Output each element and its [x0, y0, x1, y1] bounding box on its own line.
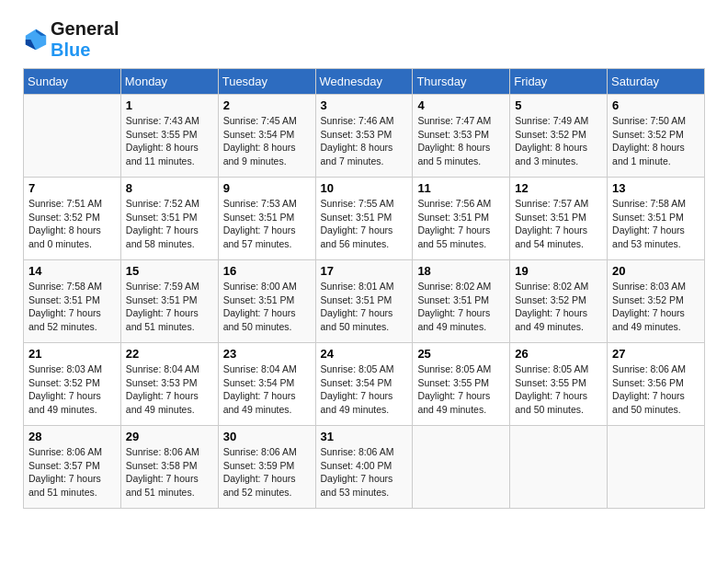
- day-info: Sunrise: 7:56 AM Sunset: 3:51 PM Dayligh…: [417, 197, 505, 251]
- day-info: Sunrise: 7:50 AM Sunset: 3:52 PM Dayligh…: [612, 114, 700, 168]
- day-number: 26: [515, 347, 602, 361]
- weekday-header-tuesday: Tuesday: [218, 69, 315, 95]
- calendar-cell: 12Sunrise: 7:57 AM Sunset: 3:51 PM Dayli…: [510, 178, 608, 260]
- calendar-cell: 5Sunrise: 7:49 AM Sunset: 3:52 PM Daylig…: [510, 95, 608, 178]
- day-info: Sunrise: 8:06 AM Sunset: 3:58 PM Dayligh…: [126, 445, 213, 500]
- day-info: Sunrise: 7:46 AM Sunset: 3:53 PM Dayligh…: [321, 114, 408, 168]
- calendar-cell: [510, 426, 608, 509]
- day-info: Sunrise: 7:59 AM Sunset: 3:51 PM Dayligh…: [126, 280, 213, 334]
- day-info: Sunrise: 8:02 AM Sunset: 3:51 PM Dayligh…: [417, 280, 505, 334]
- calendar-cell: 2Sunrise: 7:45 AM Sunset: 3:54 PM Daylig…: [218, 95, 315, 178]
- day-number: 15: [126, 264, 213, 278]
- calendar-cell: 20Sunrise: 8:03 AM Sunset: 3:52 PM Dayli…: [608, 260, 705, 343]
- day-info: Sunrise: 8:05 AM Sunset: 3:55 PM Dayligh…: [515, 362, 602, 417]
- calendar-table: SundayMondayTuesdayWednesdayThursdayFrid…: [23, 68, 705, 509]
- calendar-cell: 24Sunrise: 8:05 AM Sunset: 3:54 PM Dayli…: [315, 343, 413, 426]
- calendar-cell: 22Sunrise: 8:04 AM Sunset: 3:53 PM Dayli…: [120, 343, 218, 426]
- day-number: 2: [223, 98, 311, 112]
- day-number: 27: [612, 347, 700, 361]
- day-number: 24: [321, 347, 408, 361]
- day-number: 22: [126, 347, 213, 361]
- weekday-header-monday: Monday: [120, 69, 218, 95]
- day-number: 11: [417, 181, 505, 195]
- weekday-header-friday: Friday: [510, 69, 608, 95]
- day-info: Sunrise: 7:43 AM Sunset: 3:55 PM Dayligh…: [126, 114, 213, 168]
- day-info: Sunrise: 7:47 AM Sunset: 3:53 PM Dayligh…: [417, 114, 505, 168]
- calendar-cell: [413, 426, 510, 509]
- logo-text: General Blue: [51, 18, 119, 61]
- calendar-cell: 1Sunrise: 7:43 AM Sunset: 3:55 PM Daylig…: [120, 95, 218, 178]
- calendar-cell: 6Sunrise: 7:50 AM Sunset: 3:52 PM Daylig…: [608, 95, 705, 178]
- logo-icon: [23, 27, 49, 52]
- day-number: 21: [28, 347, 116, 361]
- calendar-cell: 18Sunrise: 8:02 AM Sunset: 3:51 PM Dayli…: [413, 260, 510, 343]
- weekday-header-row: SundayMondayTuesdayWednesdayThursdayFrid…: [24, 69, 705, 95]
- page-header: General Blue: [23, 18, 705, 61]
- day-info: Sunrise: 8:03 AM Sunset: 3:52 PM Dayligh…: [612, 280, 700, 334]
- calendar-cell: 15Sunrise: 7:59 AM Sunset: 3:51 PM Dayli…: [120, 260, 218, 343]
- calendar-cell: 17Sunrise: 8:01 AM Sunset: 3:51 PM Dayli…: [315, 260, 413, 343]
- day-info: Sunrise: 8:06 AM Sunset: 3:57 PM Dayligh…: [28, 445, 116, 500]
- day-info: Sunrise: 7:53 AM Sunset: 3:51 PM Dayligh…: [223, 197, 311, 251]
- day-info: Sunrise: 7:58 AM Sunset: 3:51 PM Dayligh…: [28, 280, 116, 334]
- day-info: Sunrise: 7:58 AM Sunset: 3:51 PM Dayligh…: [612, 197, 700, 251]
- day-number: 30: [223, 430, 311, 443]
- calendar-cell: 23Sunrise: 8:04 AM Sunset: 3:54 PM Dayli…: [218, 343, 315, 426]
- calendar-cell: 7Sunrise: 7:51 AM Sunset: 3:52 PM Daylig…: [24, 178, 121, 260]
- day-info: Sunrise: 8:03 AM Sunset: 3:52 PM Dayligh…: [28, 362, 116, 417]
- day-number: 31: [321, 430, 408, 443]
- day-number: 13: [612, 181, 700, 195]
- day-number: 4: [417, 98, 505, 112]
- day-number: 16: [223, 264, 311, 278]
- day-info: Sunrise: 8:02 AM Sunset: 3:52 PM Dayligh…: [515, 280, 602, 334]
- calendar-cell: 25Sunrise: 8:05 AM Sunset: 3:55 PM Dayli…: [413, 343, 510, 426]
- day-info: Sunrise: 8:05 AM Sunset: 3:54 PM Dayligh…: [321, 362, 408, 417]
- day-info: Sunrise: 8:06 AM Sunset: 3:59 PM Dayligh…: [223, 445, 311, 500]
- day-number: 6: [612, 98, 700, 112]
- calendar-cell: 29Sunrise: 8:06 AM Sunset: 3:58 PM Dayli…: [120, 426, 218, 509]
- calendar-week-row: 21Sunrise: 8:03 AM Sunset: 3:52 PM Dayli…: [24, 343, 705, 426]
- weekday-header-saturday: Saturday: [608, 69, 705, 95]
- day-info: Sunrise: 8:04 AM Sunset: 3:54 PM Dayligh…: [223, 362, 311, 417]
- day-info: Sunrise: 8:01 AM Sunset: 3:51 PM Dayligh…: [321, 280, 408, 334]
- day-number: 1: [126, 98, 213, 112]
- day-number: 19: [515, 264, 602, 278]
- day-number: 3: [321, 98, 408, 112]
- day-info: Sunrise: 8:04 AM Sunset: 3:53 PM Dayligh…: [126, 362, 213, 417]
- calendar-cell: 28Sunrise: 8:06 AM Sunset: 3:57 PM Dayli…: [24, 426, 121, 509]
- calendar-cell: 21Sunrise: 8:03 AM Sunset: 3:52 PM Dayli…: [24, 343, 121, 426]
- day-number: 10: [321, 181, 408, 195]
- calendar-cell: [24, 95, 121, 178]
- calendar-week-row: 1Sunrise: 7:43 AM Sunset: 3:55 PM Daylig…: [24, 95, 705, 178]
- calendar-cell: 13Sunrise: 7:58 AM Sunset: 3:51 PM Dayli…: [608, 178, 705, 260]
- weekday-header-sunday: Sunday: [24, 69, 121, 95]
- calendar-week-row: 7Sunrise: 7:51 AM Sunset: 3:52 PM Daylig…: [24, 178, 705, 260]
- weekday-header-wednesday: Wednesday: [315, 69, 413, 95]
- calendar-cell: 26Sunrise: 8:05 AM Sunset: 3:55 PM Dayli…: [510, 343, 608, 426]
- calendar-cell: 14Sunrise: 7:58 AM Sunset: 3:51 PM Dayli…: [24, 260, 121, 343]
- calendar-cell: 27Sunrise: 8:06 AM Sunset: 3:56 PM Dayli…: [608, 343, 705, 426]
- day-info: Sunrise: 7:51 AM Sunset: 3:52 PM Dayligh…: [28, 197, 116, 251]
- calendar-cell: 31Sunrise: 8:06 AM Sunset: 4:00 PM Dayli…: [315, 426, 413, 509]
- day-number: 23: [223, 347, 311, 361]
- day-info: Sunrise: 7:52 AM Sunset: 3:51 PM Dayligh…: [126, 197, 213, 251]
- calendar-cell: 16Sunrise: 8:00 AM Sunset: 3:51 PM Dayli…: [218, 260, 315, 343]
- day-number: 17: [321, 264, 408, 278]
- day-number: 7: [28, 181, 116, 195]
- calendar-week-row: 28Sunrise: 8:06 AM Sunset: 3:57 PM Dayli…: [24, 426, 705, 509]
- day-number: 5: [515, 98, 602, 112]
- day-info: Sunrise: 7:55 AM Sunset: 3:51 PM Dayligh…: [321, 197, 408, 251]
- calendar-cell: 10Sunrise: 7:55 AM Sunset: 3:51 PM Dayli…: [315, 178, 413, 260]
- day-info: Sunrise: 7:45 AM Sunset: 3:54 PM Dayligh…: [223, 114, 311, 168]
- day-number: 20: [612, 264, 700, 278]
- day-info: Sunrise: 8:00 AM Sunset: 3:51 PM Dayligh…: [223, 280, 311, 334]
- day-info: Sunrise: 7:57 AM Sunset: 3:51 PM Dayligh…: [515, 197, 602, 251]
- day-number: 25: [417, 347, 505, 361]
- calendar-cell: 11Sunrise: 7:56 AM Sunset: 3:51 PM Dayli…: [413, 178, 510, 260]
- day-number: 8: [126, 181, 213, 195]
- day-number: 12: [515, 181, 602, 195]
- day-info: Sunrise: 7:49 AM Sunset: 3:52 PM Dayligh…: [515, 114, 602, 168]
- day-number: 14: [28, 264, 116, 278]
- calendar-cell: 19Sunrise: 8:02 AM Sunset: 3:52 PM Dayli…: [510, 260, 608, 343]
- day-info: Sunrise: 8:06 AM Sunset: 4:00 PM Dayligh…: [321, 445, 408, 500]
